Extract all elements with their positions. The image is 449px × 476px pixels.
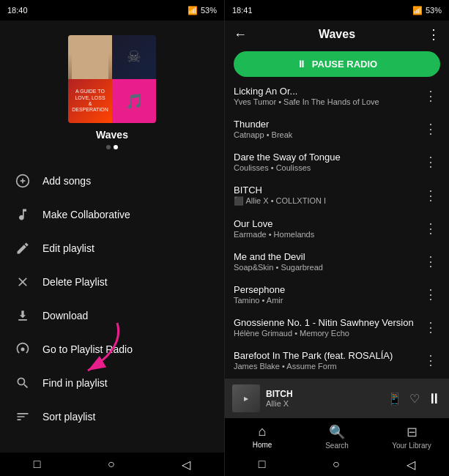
track-sub-7: Hélène Grimaud • Memory Echo: [234, 329, 421, 338]
track-name-8: Barefoot In The Park (feat. ROSALÍA): [234, 350, 421, 361]
track-item-2[interactable]: Dare the Sway of Tongue Coulisses • Coul…: [225, 146, 449, 179]
left-panel: 18:40 📶 53% ☠ A GUIDE TOLOVE, LOSS& DESP…: [0, 0, 224, 476]
plus-circle-icon: [15, 173, 31, 189]
right-header-title: Waves: [247, 28, 427, 41]
dot-1: [106, 145, 111, 149]
track-more-6[interactable]: ⋮: [421, 286, 440, 302]
menu-item-add-songs[interactable]: Add songs: [0, 164, 224, 198]
back-btn[interactable]: ◁: [182, 458, 190, 472]
status-icons-left: 📶 53%: [188, 6, 217, 15]
square-btn[interactable]: □: [34, 458, 41, 471]
track-sub-0: Yves Tumor • Safe In The Hands of Love: [234, 97, 421, 106]
track-item-1[interactable]: Thunder Catnapp • Break ⋮: [225, 113, 449, 146]
track-sub-6: Tamino • Amir: [234, 296, 421, 305]
status-icons-right: 📶 53%: [412, 6, 442, 15]
track-name-3: BITCH: [234, 185, 421, 196]
home-icon: ⌂: [259, 424, 267, 439]
now-playing-title: BITCH: [266, 389, 382, 399]
radio-icon: [15, 341, 31, 357]
menu-item-sort-playlist[interactable]: Sort playlist: [0, 400, 224, 434]
track-list: Licking An Or... Yves Tumor • Safe In Th…: [225, 80, 449, 379]
menu-item-find-in-playlist[interactable]: Find in playlist: [0, 366, 224, 400]
heart-icon[interactable]: ♡: [409, 392, 420, 406]
search-icon: [15, 375, 31, 391]
pause-radio-label: PAUSE RADIO: [312, 59, 377, 70]
now-playing-art: ▶: [232, 384, 260, 412]
track-name-7: Gnossienne No. 1 - Nitin Sawhney Version: [234, 317, 421, 328]
menu-icon: [15, 409, 31, 425]
go-to-playlist-radio-label: Go to Playlist Radio: [42, 343, 133, 355]
art-cell-3: A GUIDE TOLOVE, LOSS& DESPERATION: [68, 79, 112, 123]
sort-playlist-label: Sort playlist: [42, 411, 95, 423]
track-item-3[interactable]: BITCH ⬛ Allie X • COLLXTION I ⋮: [225, 179, 449, 212]
menu-item-edit-playlist[interactable]: Edit playlist: [0, 231, 224, 265]
circle-btn-right[interactable]: ○: [333, 458, 340, 471]
track-more-0[interactable]: ⋮: [421, 88, 440, 104]
track-item-6[interactable]: Persephone Tamino • Amir ⋮: [225, 278, 449, 311]
menu-item-delete-playlist[interactable]: Delete Playlist: [0, 265, 224, 299]
library-icon: ⊟: [407, 424, 418, 440]
search-nav-icon: 🔍: [329, 424, 345, 440]
track-name-5: Me and the Devil: [234, 251, 421, 262]
track-more-1[interactable]: ⋮: [421, 121, 440, 137]
delete-playlist-label: Delete Playlist: [42, 276, 108, 288]
track-name-6: Persephone: [234, 284, 421, 295]
dot-indicator: [106, 145, 118, 149]
square-btn-right[interactable]: □: [259, 458, 266, 471]
pause-play-icon[interactable]: ⏸: [427, 390, 442, 407]
track-more-7[interactable]: ⋮: [421, 319, 440, 335]
make-collaborative-label: Make Collaborative: [42, 209, 130, 220]
track-sub-5: Soap&Skin • Sugarbread: [234, 263, 421, 272]
track-item-4[interactable]: Our Love Earmade • Homelands ⋮: [225, 212, 449, 245]
menu-list: Add songs Make Collaborative Edit playli…: [0, 157, 224, 453]
track-sub-4: Earmade • Homelands: [234, 230, 421, 239]
track-item-7[interactable]: Gnossienne No. 1 - Nitin Sawhney Version…: [225, 311, 449, 344]
nav-home[interactable]: ⌂ Home: [225, 424, 300, 450]
menu-item-download[interactable]: Download: [0, 299, 224, 332]
art-face: [68, 35, 112, 79]
menu-item-make-collaborative[interactable]: Make Collaborative: [0, 198, 224, 231]
x-icon: [15, 274, 31, 290]
home-label: Home: [253, 441, 272, 449]
track-more-4[interactable]: ⋮: [421, 220, 440, 237]
track-item-8[interactable]: Barefoot In The Park (feat. ROSALÍA) Jam…: [225, 344, 449, 377]
pencil-icon: [15, 240, 31, 256]
track-item-5[interactable]: Me and the Devil Soap&Skin • Sugarbread …: [225, 245, 449, 278]
track-more-2[interactable]: ⋮: [421, 154, 440, 170]
playlist-art: ☠ A GUIDE TOLOVE, LOSS& DESPERATION 🎵: [68, 35, 156, 123]
cast-icon[interactable]: 📱: [387, 392, 402, 406]
track-more-3[interactable]: ⋮: [421, 187, 440, 204]
more-options-btn[interactable]: ⋮: [427, 26, 440, 42]
nav-search[interactable]: 🔍 Search: [300, 424, 374, 450]
back-arrow-btn[interactable]: ←: [234, 27, 247, 42]
nav-library[interactable]: ⊟ Your Library: [374, 424, 449, 450]
status-bar-left: 18:40 📶 53%: [0, 0, 224, 21]
now-playing-artist: Allie X: [266, 399, 382, 408]
track-more-5[interactable]: ⋮: [421, 253, 440, 269]
art-cell-1: [68, 35, 112, 79]
download-label: Download: [42, 310, 88, 321]
track-name-1: Thunder: [234, 119, 421, 130]
bottom-nav: ⌂ Home 🔍 Search ⊟ Your Library: [225, 418, 449, 453]
music-note-icon: [15, 207, 31, 223]
track-sub-2: Coulisses • Coulisses: [234, 163, 421, 172]
dot-2: [114, 145, 118, 149]
svg-point-3: [21, 348, 25, 352]
status-bar-right: 18:41 📶 53%: [225, 0, 449, 21]
track-more-8[interactable]: ⋮: [421, 352, 440, 368]
pause-icon: ⏸: [297, 59, 306, 70]
sys-nav-right: □ ○ ◁: [225, 453, 449, 476]
track-sub-1: Catnapp • Break: [234, 130, 421, 139]
circle-btn[interactable]: ○: [108, 458, 115, 471]
playlist-header: ☠ A GUIDE TOLOVE, LOSS& DESPERATION 🎵 Wa…: [0, 21, 224, 157]
library-label: Your Library: [392, 442, 431, 450]
pause-radio-button[interactable]: ⏸ PAUSE RADIO: [234, 51, 440, 77]
menu-item-go-to-playlist-radio[interactable]: Go to Playlist Radio: [0, 332, 224, 366]
track-item-0[interactable]: Licking An Or... Yves Tumor • Safe In Th…: [225, 80, 449, 113]
add-songs-label: Add songs: [42, 175, 91, 187]
spotify-wave-icon: 🎵: [125, 92, 144, 110]
playlist-title: Waves: [96, 129, 128, 141]
back-btn-right[interactable]: ◁: [407, 458, 415, 472]
now-playing-bar[interactable]: ▶ BITCH Allie X 📱 ♡ ⏸: [225, 379, 449, 418]
track-sub-3: ⬛ Allie X • COLLXTION I: [234, 196, 421, 206]
